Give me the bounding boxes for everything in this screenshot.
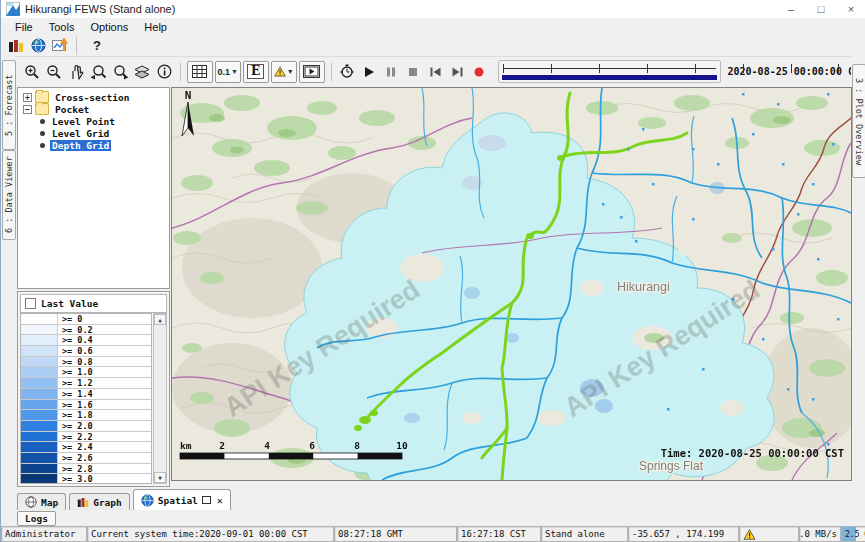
tab-forecast[interactable]: 5 : Forecast	[2, 60, 16, 150]
globe-icon[interactable]	[28, 36, 48, 56]
chevron-down-icon[interactable]: ▼	[231, 68, 238, 75]
movie-icon[interactable]	[299, 61, 325, 83]
last-value-checkbox[interactable]	[25, 298, 36, 309]
close-button[interactable]: ×	[836, 0, 865, 18]
chevron-down-icon[interactable]: ▼	[287, 68, 294, 75]
window-title: Hikurangi FEWS (Stand alone)	[25, 3, 175, 15]
svg-text:N: N	[185, 89, 192, 102]
legend-row: >= 2.0	[21, 421, 151, 432]
status-user: Administrator	[1, 526, 87, 542]
legend-swatch	[21, 474, 58, 484]
maximize-button[interactable]: □	[806, 0, 836, 18]
legend-swatch	[21, 442, 58, 452]
menu-file[interactable]: File	[7, 20, 41, 34]
last-value-option[interactable]: Last Value	[20, 294, 167, 313]
zoom-next-icon[interactable]	[110, 62, 130, 82]
play-icon[interactable]	[359, 62, 379, 82]
status-mode: Stand alone	[541, 526, 628, 542]
legend-swatch	[21, 346, 58, 356]
svg-text:2: 2	[219, 440, 225, 451]
animation-icon[interactable]	[337, 62, 357, 82]
help-button[interactable]: ?	[83, 36, 111, 56]
tree-item-depth-grid[interactable]: Depth Grid	[18, 139, 169, 151]
menu-help[interactable]: Help	[136, 20, 175, 34]
scroll-down-icon[interactable]: ▼	[154, 472, 166, 483]
layers-icon[interactable]	[132, 62, 152, 82]
tree-item-level-point[interactable]: Level Point	[18, 115, 169, 127]
time-slider-range[interactable]	[502, 75, 716, 80]
map-canvas[interactable]: API Key Required API Key Required Hikura…	[171, 87, 852, 481]
status-system-time: Current system time:2020-09-01 00:00 CST	[87, 526, 334, 542]
logs-button[interactable]: Logs	[17, 511, 56, 526]
tree-item-level-grid[interactable]: Level Grid	[18, 127, 169, 139]
right-tab-strip: 3 : Plot Overview	[851, 56, 865, 489]
tree-item-pocket[interactable]: − Pocket	[18, 103, 169, 115]
legend-swatch	[21, 325, 58, 335]
legend-row: >= 1.0	[21, 367, 151, 378]
time-slider[interactable]	[498, 60, 720, 83]
pan-icon[interactable]	[66, 62, 86, 82]
time-slider-track	[503, 68, 715, 69]
stop-icon[interactable]	[403, 62, 423, 82]
legend-row: >= 3.0	[21, 474, 151, 484]
map-toolbar: 0.1▼ E ▼ 2020-08-25 00:00:00 CST	[15, 57, 865, 86]
bullet-icon	[40, 119, 45, 124]
tab-data-viewer[interactable]: 6 : Data Viewer	[2, 150, 16, 240]
svg-text:4: 4	[264, 440, 270, 451]
zoom-previous-icon[interactable]	[88, 62, 108, 82]
legend-table: >= 0 >= 0.2 >= 0.4 >= 0.6 >= 0.8 >= 1.0 …	[20, 313, 152, 484]
warning-icon	[743, 529, 756, 540]
value-label: 0.1	[217, 67, 230, 77]
legend-row: >= 0.8	[21, 357, 151, 368]
scroll-up-icon[interactable]: ▲	[154, 314, 166, 325]
timeseries-icon[interactable]	[50, 36, 70, 56]
tab-graph[interactable]: Graph	[69, 493, 130, 510]
legend-icon[interactable]: E	[243, 61, 269, 83]
collapse-icon[interactable]: −	[23, 105, 32, 114]
zoom-in-icon[interactable]	[22, 62, 42, 82]
zoom-out-icon[interactable]	[44, 62, 64, 82]
legend-swatch	[21, 378, 58, 388]
tab-spatial[interactable]: Spatial ✕	[133, 489, 231, 510]
last-value-label: Last Value	[41, 298, 98, 309]
menu-tools[interactable]: Tools	[41, 20, 83, 34]
left-tab-strip: 5 : Forecast 6 : Data Viewer	[1, 56, 15, 489]
label-hikurangi: Hikurangi	[617, 280, 670, 294]
undock-icon[interactable]	[202, 496, 211, 504]
legend-row: >= 0	[21, 314, 151, 325]
logs-row: Logs	[1, 510, 865, 526]
step-back-icon[interactable]	[425, 62, 445, 82]
legend-swatch	[21, 410, 58, 420]
legend-row: >= 1.6	[21, 400, 151, 411]
database-icon[interactable]	[6, 36, 26, 56]
legend-row: >= 1.4	[21, 389, 151, 400]
tab-plot-overview[interactable]: 3 : Plot Overview	[852, 64, 865, 178]
minimize-button[interactable]: –	[776, 0, 806, 18]
status-memory: 2.5 GB	[841, 526, 865, 542]
status-gmt-time: 08:27:18 GMT	[334, 526, 457, 542]
legend-row: >= 0.6	[21, 346, 151, 357]
value-label-icon[interactable]: 0.1▼	[215, 61, 241, 83]
grid-icon[interactable]	[187, 61, 213, 83]
svg-text:10: 10	[396, 440, 408, 451]
legend-swatch	[21, 400, 58, 410]
legend-row: >= 1.2	[21, 378, 151, 389]
pause-icon[interactable]	[381, 62, 401, 82]
record-icon[interactable]	[469, 62, 489, 82]
legend-swatch	[21, 464, 58, 474]
legend-row: >= 2.8	[21, 464, 151, 475]
close-tab-icon[interactable]: ✕	[217, 495, 223, 506]
expand-icon[interactable]: +	[23, 93, 32, 102]
legend-scrollbar[interactable]: ▲ ▼	[153, 313, 167, 484]
step-forward-icon[interactable]	[447, 62, 467, 82]
globe-icon	[141, 494, 154, 507]
legend-swatch	[21, 389, 58, 399]
toolbar-separator	[331, 63, 332, 81]
warning-icon[interactable]: ▼	[271, 61, 297, 83]
menu-options[interactable]: Options	[82, 20, 136, 34]
bullet-icon	[40, 131, 45, 136]
info-icon[interactable]	[154, 62, 174, 82]
tab-map[interactable]: Map	[17, 493, 66, 510]
toolbar-separator	[180, 63, 181, 81]
status-alerts[interactable]	[739, 526, 799, 542]
